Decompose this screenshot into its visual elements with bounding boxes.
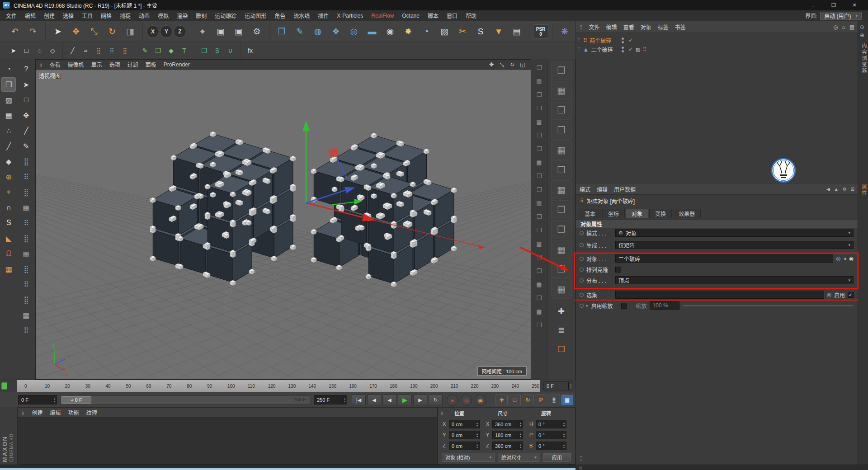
menu-item[interactable]: 工具	[78, 12, 97, 19]
timeline-slider-handle[interactable]: ◂ 0 F	[61, 396, 91, 404]
viewport-menu-item[interactable]: 过滤	[127, 61, 138, 68]
goto-start-icon[interactable]: |◀	[352, 395, 366, 405]
viewport-menu-item[interactable]: 查看	[50, 61, 61, 68]
enable-axis-icon[interactable]: ⊕	[1, 169, 16, 184]
spinner-icon[interactable]: ▴▾	[561, 442, 566, 450]
current-frame-input[interactable]: 0 F ▴▾	[18, 395, 57, 404]
timeline-slider[interactable]: ◂ 0 F 250 F	[61, 395, 310, 404]
helix-icon[interactable]: S	[211, 44, 223, 56]
dot-grid-icon[interactable]: ⣿	[93, 44, 105, 56]
model-mode-icon[interactable]: ❒	[1, 77, 16, 92]
row-handle-icon[interactable]: ⠿	[578, 38, 581, 42]
scale-icon[interactable]: ⤡	[85, 23, 103, 40]
rectangle-select-icon[interactable]: □	[19, 93, 33, 107]
scale-field[interactable]: 100 %	[650, 301, 679, 310]
object-row[interactable]: ⠿⠿两个破碎✓	[578, 36, 856, 45]
autokeying-icon[interactable]: ◎	[461, 395, 472, 406]
settings-icon[interactable]: ⚙	[843, 187, 847, 192]
loop-icon[interactable]: ↻	[429, 395, 443, 405]
selection-target-icon[interactable]: ◎	[827, 291, 831, 298]
viewport-canvas[interactable]: yxz 透视视图 网格间距 : 100 cm	[36, 70, 531, 379]
object-manager-menu-item[interactable]: 编辑	[606, 23, 617, 31]
cube-object-icon[interactable]: ❒	[198, 44, 210, 56]
menu-item[interactable]: 渲染	[173, 12, 192, 19]
record-keyframe-icon[interactable]: ●	[447, 395, 458, 406]
material-menu-item[interactable]: 功能	[68, 409, 79, 416]
lasso-select-icon[interactable]: ◌	[33, 44, 46, 56]
enabled-check-icon[interactable]: ✓	[628, 46, 633, 52]
rotation-input[interactable]: 0 °▴▾	[536, 442, 566, 450]
dot-grid-icon[interactable]: ⣿	[119, 44, 131, 56]
object-manager-menu-item[interactable]: 书签	[675, 23, 686, 31]
tab-content-browser[interactable]: 内容浏览器	[860, 43, 868, 75]
x-axis-lock-icon[interactable]: X	[146, 25, 159, 38]
side-palette-icon[interactable]: ❒	[533, 88, 546, 101]
3d-scene[interactable]: yxz	[36, 70, 531, 379]
back-icon[interactable]: ◀	[826, 187, 830, 192]
end-frame-input[interactable]: 250 F ▴▾	[314, 395, 347, 404]
command-palette-icon[interactable]: ▦	[19, 200, 33, 215]
knife-icon[interactable]: ╱	[66, 44, 79, 56]
link-picker-icon[interactable]: ◉	[849, 255, 854, 262]
object-palette-icon[interactable]: ▦	[551, 81, 572, 100]
minimize-button[interactable]: –	[802, 0, 823, 10]
camera-icon[interactable]: ◉	[382, 23, 399, 40]
object-palette-icon[interactable]: ❒	[551, 101, 572, 120]
snap-icon[interactable]: Ω	[1, 246, 16, 261]
attribute-tab[interactable]: 基本	[579, 209, 601, 218]
dot-grid-icon[interactable]: ⠿	[106, 44, 118, 56]
spinner-icon[interactable]: ▴▾	[475, 442, 479, 450]
paint-mode-icon[interactable]: ◣	[1, 231, 16, 245]
last-tool-icon[interactable]: ◨	[122, 23, 139, 40]
spinner-icon[interactable]: ▴▾	[561, 431, 566, 439]
spline-pen-icon[interactable]: ✎	[291, 23, 308, 40]
material-menu-item[interactable]: 纹理	[86, 409, 97, 416]
command-palette-icon[interactable]: ▦	[19, 246, 33, 261]
command-palette-icon[interactable]: ⠿	[19, 323, 33, 338]
tab-attributes[interactable]: 属性	[860, 184, 868, 197]
undo-icon[interactable]: ↶	[6, 23, 24, 40]
layer-manager-icon[interactable]: ≣	[551, 321, 572, 339]
light-icon[interactable]: ✸	[400, 23, 417, 40]
current-frame-marker[interactable]	[1, 382, 7, 390]
panel-handle-icon[interactable]: ⣿	[579, 465, 582, 470]
attribute-menu-item[interactable]: 模式	[580, 185, 590, 193]
panel-handle-icon[interactable]: ⣿	[580, 456, 583, 461]
side-palette-icon[interactable]: ▦	[533, 156, 546, 169]
side-palette-icon[interactable]: ▦	[533, 278, 546, 291]
command-palette-icon[interactable]: ⣿	[19, 154, 33, 169]
side-palette-icon[interactable]: ❒	[533, 291, 546, 304]
tweak-select-icon[interactable]: ➤	[7, 44, 19, 56]
object-manager-menu-item[interactable]: 查看	[623, 23, 634, 31]
anim-dot-icon[interactable]	[580, 231, 584, 235]
menu-item[interactable]: 运动跟踪	[211, 12, 241, 19]
rotate-icon[interactable]: ↻	[104, 23, 121, 40]
command-palette-icon[interactable]: ⣿	[19, 292, 33, 307]
coordinates-window-icon[interactable]: ❒	[551, 340, 572, 358]
record-rotation-icon[interactable]: ↻	[522, 395, 534, 405]
side-palette-icon[interactable]: ❒	[533, 183, 546, 196]
xpresso-icon[interactable]: fx	[244, 44, 256, 56]
expand-icon[interactable]: ▸	[586, 303, 589, 308]
scale-slider[interactable]	[682, 305, 854, 307]
side-palette-icon[interactable]: ❒	[533, 210, 546, 223]
apply-button[interactable]: 应用	[543, 453, 571, 462]
object-type-icon[interactable]: ▲	[583, 46, 589, 53]
menu-item[interactable]: 捕捉	[116, 12, 135, 19]
row-handle-icon[interactable]: ⠿	[578, 47, 581, 52]
spinner-icon[interactable]: ▴▾	[561, 420, 566, 428]
visibility-dots-icon[interactable]	[622, 38, 624, 40]
object-row[interactable]: ⠿▲二个破碎✓▨⠿	[578, 45, 856, 54]
menu-item[interactable]: 编辑	[21, 12, 40, 19]
link-arrow-icon[interactable]: ◂	[843, 255, 846, 262]
command-palette-icon[interactable]: ▦	[19, 308, 33, 322]
enable-checkbox[interactable]: ✓	[848, 292, 854, 298]
command-palette-icon[interactable]: ⠿	[19, 216, 33, 230]
up-icon[interactable]: ▲	[834, 187, 839, 192]
size-mode-dropdown[interactable]: 绝对尺寸 ▾	[498, 453, 540, 462]
array-generator-icon[interactable]: ❖	[327, 23, 344, 40]
play-icon[interactable]: ▶	[398, 395, 412, 405]
spinner-icon[interactable]: ▴▾	[475, 431, 479, 439]
command-palette-icon[interactable]: ⣿	[19, 231, 33, 245]
object-palette-icon[interactable]: ❒	[551, 260, 572, 279]
